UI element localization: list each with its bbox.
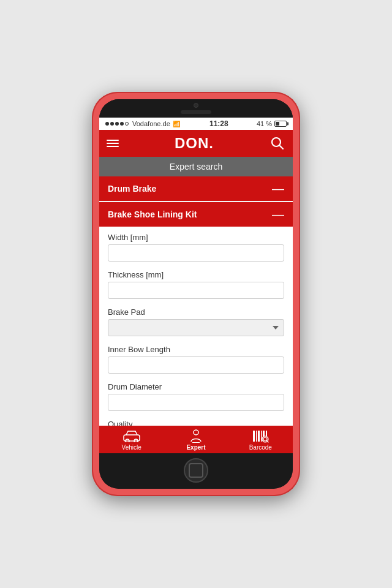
battery-percent: 41 % [257,120,272,127]
select-brake-pad[interactable] [108,319,284,336]
wifi-icon: 📶 [173,121,180,127]
status-right: 41 % [257,120,287,127]
phone-inner: Vodafone.de 📶 11:28 41 % DON [99,99,293,489]
hamburger-line-1 [107,140,119,141]
nav-expert-label: Expert [186,444,205,451]
category-drum-brake-label: Drum Brake [108,184,156,194]
field-brake-pad: Brake Pad [108,307,284,336]
nav-item-expert[interactable]: Expert [178,429,214,451]
phone-frame: Vodafone.de 📶 11:28 41 % DON [92,92,300,496]
input-thickness[interactable] [108,282,284,299]
sub-header-title: Expert search [170,162,222,172]
home-button[interactable] [184,458,208,483]
expert-icon [187,429,205,443]
input-width[interactable] [108,244,284,262]
svg-rect-10 [261,431,262,442]
signal-dot-4 [120,122,124,126]
label-inner-bow-length: Inner Bow Length [108,345,284,354]
speaker [181,110,211,114]
field-drum-diameter: Drum Diameter [108,382,284,411]
svg-point-5 [194,430,198,435]
nav-item-vehicle[interactable]: Vehicle [113,429,150,451]
input-inner-bow-length[interactable] [108,356,284,374]
barcode-icon [252,429,269,443]
app-header: DON. [99,130,293,157]
nav-vehicle-label: Vehicle [122,444,141,451]
form-section: Width [mm] Thickness [mm] Brake Pad [99,227,293,426]
label-width: Width [mm] [108,233,284,242]
svg-rect-8 [256,431,257,442]
search-header-button[interactable] [270,135,285,151]
status-bar: Vodafone.de 📶 11:28 41 % [99,118,293,130]
app-logo: DON. [175,135,214,152]
label-drum-diameter: Drum Diameter [108,382,284,391]
signal-dot-1 [105,122,109,126]
battery-fill [276,122,279,126]
signal-dots [105,122,129,126]
camera [194,103,198,108]
vehicle-icon [123,429,140,443]
label-thickness: Thickness [mm] [108,270,284,279]
hamburger-line-3 [107,146,119,147]
field-inner-bow-length: Inner Bow Length [108,345,284,374]
category-brake-shoe[interactable]: Brake Shoe Lining Kit — [99,202,293,227]
field-width: Width [mm] [108,233,284,262]
hamburger-menu-button[interactable] [107,140,119,147]
bottom-nav: Vehicle Expert [99,426,293,453]
nav-item-barcode[interactable]: Barcode [242,429,279,451]
content-area: Drum Brake — Brake Shoe Lining Kit — Wid… [99,176,293,426]
label-quality: Quality [108,420,284,426]
svg-line-1 [280,146,284,149]
home-button-inner [189,463,203,478]
category-drum-brake[interactable]: Drum Brake — [99,176,293,201]
nav-barcode-label: Barcode [249,444,272,451]
drum-brake-collapse-icon: — [272,183,284,195]
carrier-label: Vodafone.de [132,120,170,127]
signal-dot-3 [115,122,119,126]
hamburger-line-2 [107,143,119,144]
svg-rect-9 [258,431,260,442]
field-thickness: Thickness [mm] [108,270,284,299]
svg-rect-7 [253,431,255,442]
brake-shoe-collapse-icon: — [272,208,284,221]
status-time: 11:28 [209,119,228,128]
field-quality: Quality [108,420,284,426]
sub-header: Expert search [99,157,293,176]
signal-dot-5 [125,122,129,126]
screen: Vodafone.de 📶 11:28 41 % DON [99,118,293,453]
input-drum-diameter[interactable] [108,394,284,411]
battery-icon [274,121,287,127]
bottom-bezel [99,453,293,489]
top-bezel [99,99,293,118]
category-brake-shoe-label: Brake Shoe Lining Kit [108,209,197,219]
status-left: Vodafone.de 📶 [105,120,181,127]
label-brake-pad: Brake Pad [108,307,284,317]
signal-dot-2 [110,122,114,126]
